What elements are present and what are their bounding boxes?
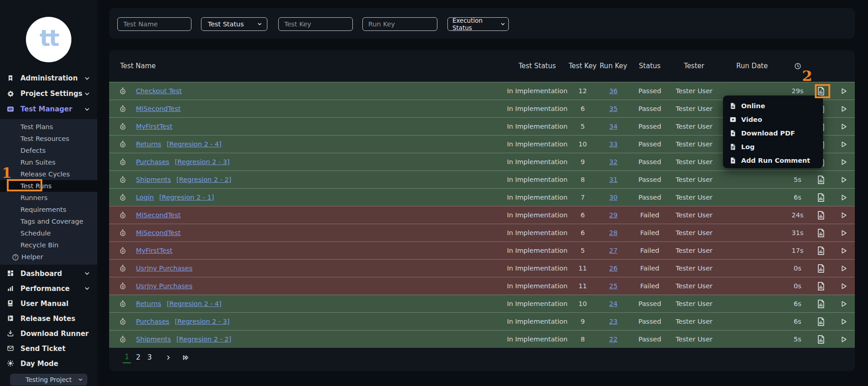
menu-item-video[interactable]: Video (723, 113, 823, 126)
run-report-button[interactable] (809, 281, 833, 291)
run-report-button[interactable] (809, 335, 833, 344)
run-play-button[interactable] (833, 140, 855, 148)
run-play-button[interactable] (833, 247, 855, 255)
test-name-link[interactable]: UsrJny Purchases (136, 282, 192, 290)
submenu-item-helper[interactable]: ?Helper (0, 251, 97, 263)
run-play-button[interactable] (833, 229, 855, 237)
test-name-input[interactable] (117, 17, 191, 31)
test-key-input[interactable] (278, 17, 353, 31)
run-key-link[interactable]: 30 (609, 194, 617, 201)
test-name-link[interactable]: Shipments (136, 336, 171, 343)
run-report-button[interactable] (809, 175, 833, 185)
run-key-link[interactable]: 31 (609, 176, 617, 183)
run-key-link[interactable]: 33 (609, 140, 617, 148)
submenu-item-test-plans[interactable]: Test Plans (0, 121, 97, 133)
sidebar-item-project-settings[interactable]: Project Settings (0, 86, 97, 101)
run-key-link[interactable]: 23 (609, 318, 617, 325)
run-report-button[interactable] (809, 299, 833, 309)
test-tag-link[interactable]: [Regresion 2 - 1] (159, 194, 214, 201)
page-2[interactable]: 2 (134, 352, 142, 363)
run-key-link[interactable]: 25 (609, 282, 617, 290)
sidebar-item-send-ticket[interactable]: Send Ticket (0, 341, 97, 356)
menu-item-log[interactable]: Log (723, 140, 823, 154)
menu-item-add-run-comment[interactable]: Add Run Comment (723, 154, 823, 167)
run-report-button[interactable] (809, 228, 833, 238)
run-play-button[interactable] (833, 123, 855, 130)
submenu-item-release-cycles[interactable]: Release Cycles (0, 168, 97, 180)
sidebar-item-download-runner[interactable]: Download Runner (0, 326, 97, 341)
submenu-item-test-runs[interactable]: Test Runs (0, 180, 97, 192)
sidebar-item-performance[interactable]: Performance (0, 281, 97, 296)
app-logo[interactable]: tt (26, 17, 71, 62)
test-name-link[interactable]: MiSecondTest (136, 105, 181, 112)
run-play-button[interactable] (833, 336, 855, 343)
run-report-button[interactable] (809, 211, 833, 220)
page-1[interactable]: 1 (123, 352, 131, 363)
sidebar-item-release-notes[interactable]: Release Notes (0, 311, 97, 326)
test-name-link[interactable]: Login (136, 194, 154, 201)
test-name-link[interactable]: MyFirstTest (136, 123, 172, 130)
run-report-button[interactable] (809, 86, 833, 96)
run-play-button[interactable] (833, 87, 855, 95)
run-key-link[interactable]: 26 (609, 265, 617, 272)
run-key-link[interactable]: 22 (609, 336, 617, 343)
submenu-item-defects[interactable]: Defects (0, 145, 97, 156)
last-page-button[interactable] (180, 354, 191, 361)
test-tag-link[interactable]: [Regresion 2 - 2] (176, 176, 231, 183)
submenu-item-test-resources[interactable]: Test Resources (0, 133, 97, 145)
run-key-link[interactable]: 27 (609, 247, 617, 254)
test-name-link[interactable]: Purchases (136, 158, 169, 165)
run-report-button[interactable] (809, 264, 833, 273)
run-key-link[interactable]: 35 (609, 105, 617, 112)
test-name-link[interactable]: Shipments (136, 176, 171, 183)
test-tag-link[interactable]: [Regresion 2 - 3] (175, 158, 230, 165)
project-select[interactable]: Testing Project (10, 374, 87, 386)
submenu-item-tags-and-coverage[interactable]: Tags and Coverage (0, 216, 97, 227)
run-key-link[interactable]: 34 (609, 123, 617, 130)
page-3[interactable]: 3 (146, 352, 154, 363)
menu-item-download-pdf[interactable]: Download PDF (723, 126, 823, 140)
next-page-button[interactable] (163, 355, 173, 361)
run-play-button[interactable] (833, 176, 855, 184)
sidebar-item-day-mode[interactable]: Day Mode (0, 356, 97, 371)
test-status-select[interactable]: Test Status (201, 17, 267, 31)
run-report-button[interactable] (809, 193, 833, 202)
test-tag-link[interactable]: [Regresion 2 - 2] (176, 336, 231, 343)
test-name-link[interactable]: MyFirstTest (136, 247, 172, 254)
test-name-link[interactable]: MiSecondTest (136, 229, 181, 236)
run-play-button[interactable] (833, 158, 855, 166)
run-play-button[interactable] (833, 194, 855, 201)
test-name-link[interactable]: UsrJny Purchases (136, 265, 192, 272)
test-name-link[interactable]: Purchases (136, 318, 169, 325)
run-report-button[interactable] (809, 317, 833, 326)
run-play-button[interactable] (833, 300, 855, 308)
submenu-item-recycle-bin[interactable]: Recycle Bin (0, 239, 97, 251)
run-play-button[interactable] (833, 105, 855, 113)
run-report-button[interactable] (809, 246, 833, 256)
run-play-button[interactable] (833, 265, 855, 272)
test-tag-link[interactable]: [Regresion 2 - 4] (167, 300, 222, 307)
sidebar-item-administration[interactable]: Administration (0, 70, 97, 86)
sidebar-item-user-manual[interactable]: User Manual (0, 296, 97, 311)
run-key-link[interactable]: 32 (609, 158, 617, 165)
run-key-link[interactable]: 36 (609, 87, 617, 95)
test-tag-link[interactable]: [Regresion 2 - 3] (175, 318, 230, 325)
menu-item-online[interactable]: Online (723, 99, 823, 113)
run-key-link[interactable]: 24 (609, 300, 617, 307)
sidebar-item-test-manager[interactable]: Test Manager (0, 101, 97, 117)
test-name-link[interactable]: Checkout Test (136, 87, 182, 95)
test-tag-link[interactable]: [Regresion 2 - 4] (167, 140, 222, 148)
test-name-link[interactable]: Returns (136, 300, 161, 307)
test-name-link[interactable]: Returns (136, 140, 161, 148)
submenu-item-requirements[interactable]: Requirements (0, 204, 97, 216)
submenu-item-schedule[interactable]: Schedule (0, 227, 97, 239)
run-key-input[interactable] (362, 17, 437, 31)
run-play-button[interactable] (833, 282, 855, 290)
run-play-button[interactable] (833, 318, 855, 326)
execution-status-select[interactable]: Execution Status (447, 17, 509, 31)
submenu-item-run-suites[interactable]: Run Suites (0, 156, 97, 168)
submenu-item-runners[interactable]: Runners (0, 192, 97, 204)
sidebar-item-dashboard[interactable]: Dashboard (0, 266, 97, 281)
run-play-button[interactable] (833, 211, 855, 219)
run-key-link[interactable]: 29 (609, 211, 617, 219)
